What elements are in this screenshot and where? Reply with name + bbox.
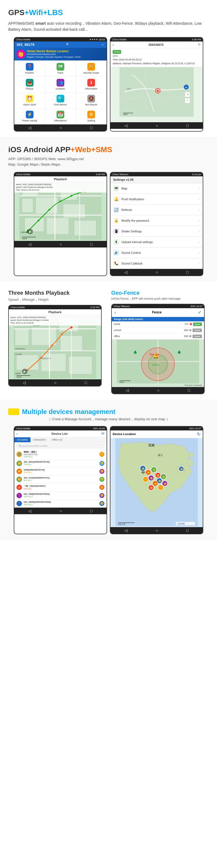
right-phone-refresh[interactable]: ↻: [198, 43, 200, 46]
settings-item-push[interactable]: 🔔 Push Notification ›: [111, 194, 203, 205]
nav-recent-loc[interactable]: □: [186, 528, 188, 533]
grid-item-power[interactable]: ⚡ Power saving: [14, 108, 45, 124]
push-chevron: ›: [199, 197, 200, 201]
settings-item-callback[interactable]: 📞 Sound Callback ›: [111, 258, 203, 269]
device-item-6[interactable]: 📍 620_2968[359339975529] 100% 続上 😊: [14, 492, 106, 500]
settings-item-refresh[interactable]: 🔄 Refresh ›: [111, 205, 203, 215]
devloc-title: Device Location: [113, 432, 136, 436]
nav-recent-r[interactable]: □: [186, 123, 188, 128]
svg-rect-42: [41, 353, 66, 371]
right-phone-back[interactable]: ‹: [113, 42, 114, 47]
nav-home-dl[interactable]: ○: [60, 509, 62, 513]
app-banner-avatar: 👶: [17, 50, 25, 59]
tab-online[interactable]: Online(997): [30, 437, 49, 442]
position-label: Position: [25, 71, 34, 74]
nav-home-r[interactable]: ○: [156, 123, 158, 128]
tab-offline[interactable]: Offline (3): [49, 437, 65, 442]
left-phone-mockup: China Mobile ✦✦✦✦ 18:03 303_98179 🔍 ＋ 👶 …: [14, 37, 107, 131]
nav-back-p3[interactable]: ◁: [23, 380, 26, 385]
grid-item-information[interactable]: ℹ Information: [76, 76, 106, 93]
settings-item-upload[interactable]: ⬆ Upload interval settings ›: [111, 237, 203, 247]
map-settings-label: Map: [121, 187, 197, 190]
fence-map-svg: 🔔 Danger Safety 🌲 🌲 500m: [112, 340, 204, 383]
grid-item-pickup[interactable]: 📥 Pickup: [14, 76, 45, 93]
right-phone-number: 359339075: [148, 43, 163, 46]
device-item-4[interactable]: 📶 303_4143[359399075741] 94% 続上 😊: [14, 475, 106, 484]
fence-btn-home[interactable]: Open: [193, 322, 202, 326]
nav-home-g[interactable]: ○: [157, 388, 159, 393]
device-item-2[interactable]: 📶 303_4621[359339075746] 75% 続上 😊: [14, 460, 106, 467]
grid-item-track[interactable]: 🗺 Track: [45, 61, 76, 76]
nav-home-p[interactable]: ○: [60, 242, 62, 246]
device-status-4: 94% 続上: [24, 479, 98, 482]
nav-home-s[interactable]: ○: [156, 270, 158, 274]
tab-all[interactable]: All (1000): [14, 437, 30, 442]
devloc-refresh[interactable]: ↻: [197, 432, 200, 437]
fence-btn-school[interactable]: Close: [192, 329, 202, 332]
grid-item-contacts[interactable]: 👥 contacts: [45, 76, 76, 93]
settings-item-sound[interactable]: 🔊 Sound Control ›: [111, 247, 203, 258]
settings-item-shake[interactable]: 📳 Shake Settings ›: [111, 226, 203, 237]
nav-recent-p3[interactable]: □: [85, 380, 87, 385]
fence-name-home: home: [114, 323, 179, 326]
left-phone-plus-icon[interactable]: ＋: [101, 42, 104, 47]
device-avatar-4: 😊: [99, 477, 104, 482]
grid-item-alarm[interactable]: ⏰ Alarm clock: [14, 93, 45, 108]
playback-title: Playback: [54, 178, 67, 181]
fence-row-office[interactable]: office 500 Close: [112, 334, 204, 340]
shake-label: Shake Settings: [121, 229, 197, 233]
device-icon-2: 📶: [17, 461, 22, 466]
grid-item-attendance[interactable]: 📅 Attendance: [45, 108, 76, 124]
fence-back[interactable]: ‹: [115, 310, 116, 314]
nav-home-loc[interactable]: ○: [156, 528, 158, 533]
device-info-4: 303_4143[359399075741] 94% 続上: [24, 476, 98, 482]
nav-recent-p[interactable]: □: [90, 242, 92, 246]
device-item-1[interactable]: 🌐 海狗3（朋友） [359339075796] 100% 続上 😊: [14, 450, 106, 460]
device-item-5[interactable]: ⚡ 一站（359339075697） 22% 続上 😊: [14, 484, 106, 492]
contacts-label: contacts: [56, 87, 65, 90]
password-chevron: ›: [199, 219, 200, 222]
grid-item-find[interactable]: 🔍 Find device: [45, 93, 76, 108]
svg-point-50: [40, 357, 42, 359]
svg-text:😊: 😊: [142, 467, 145, 470]
device-info-3: 4498[359339075744] 38% 続上: [24, 469, 98, 474]
grid-item-position[interactable]: 📍 Position: [14, 61, 45, 76]
fence-name-school: school: [114, 329, 179, 332]
fence-town-label: Pension Svoboda: [112, 383, 204, 387]
nav-back-r[interactable]: ◁: [124, 123, 127, 128]
nav-back-s[interactable]: ◁: [124, 270, 127, 274]
svg-text:500米: 500米: [22, 238, 27, 240]
nav-recent-dl[interactable]: □: [90, 509, 92, 513]
settings-item-map[interactable]: 🗺 Map ›: [111, 183, 203, 194]
fence-header: ‹ Fence ✓: [112, 308, 204, 317]
nav-recent-s[interactable]: □: [186, 270, 188, 274]
nav-recent[interactable]: □: [90, 126, 92, 130]
nav-back-loc[interactable]: ◁: [124, 528, 127, 533]
time-label: Time 2018-10-09 03:26:12: [113, 58, 200, 62]
devlist-all-label[interactable]: All: [101, 432, 104, 435]
nav-recent-g[interactable]: □: [188, 388, 190, 393]
device-item-3[interactable]: 📶 4498[359339075744] 38% 続上 😊: [14, 467, 106, 475]
device-item-7[interactable]: 📍 620_28290[359339075528] 100% 続上 😊: [14, 500, 106, 507]
settings-signal: 6:19 pm: [192, 173, 201, 176]
right-phone-mockup: China Mobile 4:08 PM ‹ 359339075 ↻ Onlin…: [110, 37, 203, 131]
grid-item-setting[interactable]: ⚙ Setting: [76, 108, 106, 124]
playback3-carrier: China Mobile: [10, 306, 25, 309]
nav-back-p[interactable]: ◁: [28, 242, 31, 246]
left-phone-search-icon[interactable]: 🔍: [66, 43, 70, 46]
nav-back-g[interactable]: ◁: [126, 388, 129, 393]
settings-item-password[interactable]: 🔒 Modify the password ›: [111, 215, 203, 226]
playback3-map: device: 303C_09993 [359339075890993] spe…: [9, 315, 101, 379]
nav-back-dl[interactable]: ◁: [28, 509, 31, 513]
device-search[interactable]: 🔍 input account/imei number: [17, 444, 104, 448]
devlist-back[interactable]: ‹: [17, 432, 18, 436]
nav-home[interactable]: ○: [60, 126, 62, 130]
nav-back[interactable]: ◁: [28, 126, 31, 130]
fence-btn-office[interactable]: Close: [192, 335, 202, 338]
fence-row-home[interactable]: home 727 Open: [112, 321, 204, 328]
grid-item-notdisturb[interactable]: 🔕 Not disturb: [76, 93, 106, 108]
fence-checkmark[interactable]: ✓: [198, 310, 202, 315]
grid-item-security[interactable]: 🔒 security scope: [76, 61, 106, 76]
nav-home-p3[interactable]: ○: [54, 380, 56, 385]
fence-row-school[interactable]: school 500 Close: [112, 328, 204, 334]
